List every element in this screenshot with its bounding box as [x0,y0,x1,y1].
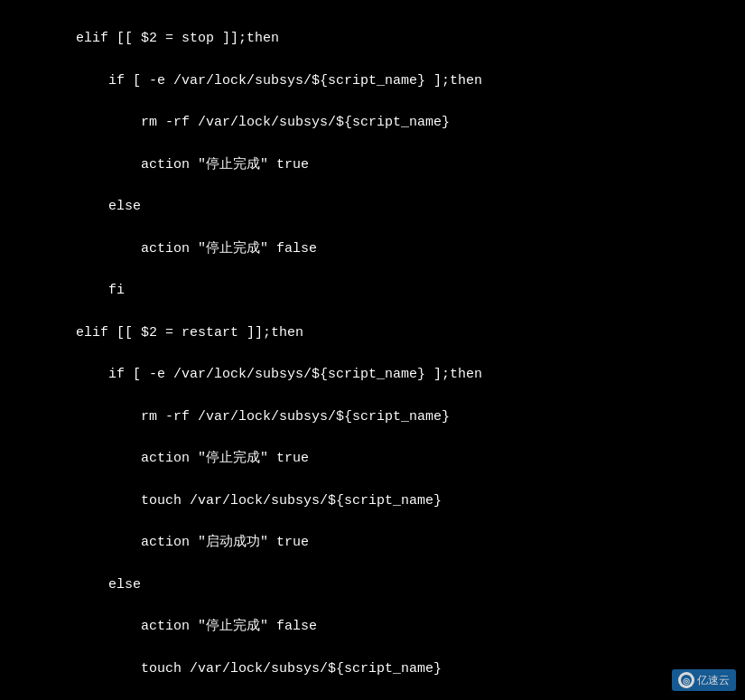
line-7: fi [43,283,125,298]
line-16: touch /var/lock/subsys/${script_name} [43,661,442,677]
terminal-window: elif [[ $2 = stop ]];then if [ -e /var/l… [0,0,745,700]
line-6: action "停止完成" false [43,241,317,257]
line-15: action "停止完成" false [43,619,317,634]
watermark-icon: ◎ [678,672,694,688]
svg-text:◎: ◎ [683,677,690,686]
line-13: action "启动成功" true [43,535,309,550]
watermark-text: 亿速云 [697,673,730,688]
line-2: if [ -e /var/lock/subsys/${script_name} … [43,73,482,89]
line-12: touch /var/lock/subsys/${script_name} [43,493,442,509]
line-10: rm -rf /var/lock/subsys/${script_name} [43,409,450,425]
line-3: rm -rf /var/lock/subsys/${script_name} [43,115,450,130]
watermark: ◎ 亿速云 [672,669,736,691]
line-5: else [43,199,141,214]
watermark-logo-icon: ◎ [680,674,693,686]
line-4: action "停止完成" true [43,157,309,173]
watermark-box: ◎ 亿速云 [672,669,736,691]
line-14: else [43,577,141,593]
line-11: action "停止完成" true [43,451,309,466]
line-1: elif [[ $2 = stop ]];then [43,31,279,46]
line-9: if [ -e /var/lock/subsys/${script_name} … [43,367,482,382]
line-8: elif [[ $2 = restart ]];then [43,325,303,341]
code-content: elif [[ $2 = stop ]];then if [ -e /var/l… [11,7,734,700]
